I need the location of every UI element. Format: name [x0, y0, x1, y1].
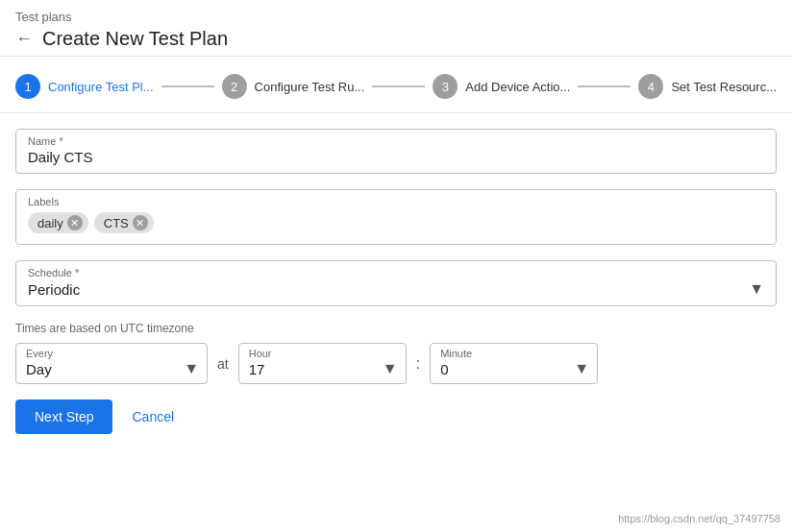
step-1-circle: 1 — [15, 74, 40, 99]
chip-daily-text: daily — [37, 216, 63, 230]
hour-select[interactable]: 17 ▼ — [249, 360, 398, 377]
timezone-note: Times are based on UTC timezone — [15, 322, 777, 335]
schedule-field-group: Schedule * Periodic ▼ — [15, 260, 777, 306]
hour-dropdown-icon: ▼ — [383, 360, 398, 377]
labels-label: Labels — [28, 196, 764, 207]
hour-field-group: Hour 17 ▼ — [238, 343, 407, 384]
schedule-select[interactable]: Periodic ▼ — [28, 280, 764, 298]
next-step-button[interactable]: Next Step — [15, 399, 112, 434]
schedule-dropdown-icon: ▼ — [749, 280, 764, 298]
step-connector-3 — [578, 85, 631, 87]
minute-field-group: Minute 0 ▼ — [430, 343, 598, 384]
labels-field-group: Labels daily ✕ CTS ✕ — [15, 189, 777, 245]
name-field-group: Name * — [15, 129, 777, 174]
every-select[interactable]: Day ▼ — [26, 360, 199, 377]
chip-cts: CTS ✕ — [94, 212, 154, 233]
back-icon[interactable]: ← — [15, 29, 33, 49]
chip-cts-text: CTS — [104, 216, 129, 230]
step-3-label: Add Device Actio... — [465, 80, 570, 94]
labels-container: daily ✕ CTS ✕ — [28, 209, 764, 236]
chip-daily: daily ✕ — [28, 212, 88, 233]
every-label: Every — [26, 348, 199, 359]
schedule-label: Schedule * — [28, 267, 764, 278]
name-label: Name * — [28, 135, 764, 147]
step-3-circle: 3 — [433, 74, 458, 99]
stepper: 1 Configure Test Pl... 2 Configure Test … — [0, 57, 792, 113]
step-1-label: Configure Test Pl... — [48, 80, 154, 94]
periodic-row: Every Day ▼ at Hour 17 ▼ : Minute 0 ▼ — [15, 343, 777, 384]
schedule-value: Periodic — [28, 281, 80, 298]
step-2: 2 Configure Test Ru... — [222, 74, 365, 99]
step-4-label: Set Test Resourc... — [671, 80, 777, 94]
every-value: Day — [26, 361, 52, 377]
step-2-label: Configure Test Ru... — [255, 80, 365, 94]
at-label: at — [217, 356, 229, 372]
page-title: Create New Test Plan — [42, 28, 228, 50]
step-3: 3 Add Device Actio... — [433, 74, 570, 99]
step-4-circle: 4 — [638, 74, 663, 99]
chip-daily-close[interactable]: ✕ — [67, 215, 83, 230]
every-dropdown-icon: ▼ — [184, 360, 199, 377]
minute-label: Minute — [440, 348, 589, 359]
step-connector-2 — [372, 85, 425, 87]
step-connector-1 — [161, 85, 214, 87]
hour-value: 17 — [249, 361, 265, 377]
hour-label: Hour — [249, 348, 398, 359]
minute-value: 0 — [440, 361, 448, 377]
every-field-group: Every Day ▼ — [15, 343, 208, 384]
footer-url: https://blog.csdn.net/qq_37497758 — [618, 513, 780, 524]
minute-dropdown-icon: ▼ — [574, 360, 589, 377]
action-row: Next Step Cancel — [0, 384, 792, 434]
colon-separator: : — [416, 355, 420, 373]
step-4: 4 Set Test Resourc... — [638, 74, 777, 99]
name-input[interactable] — [28, 149, 764, 165]
step-1: 1 Configure Test Pl... — [15, 74, 154, 99]
cancel-button[interactable]: Cancel — [124, 399, 182, 434]
minute-select[interactable]: 0 ▼ — [440, 360, 589, 377]
step-2-circle: 2 — [222, 74, 247, 99]
chip-cts-close[interactable]: ✕ — [133, 215, 148, 230]
breadcrumb: Test plans — [15, 10, 777, 24]
